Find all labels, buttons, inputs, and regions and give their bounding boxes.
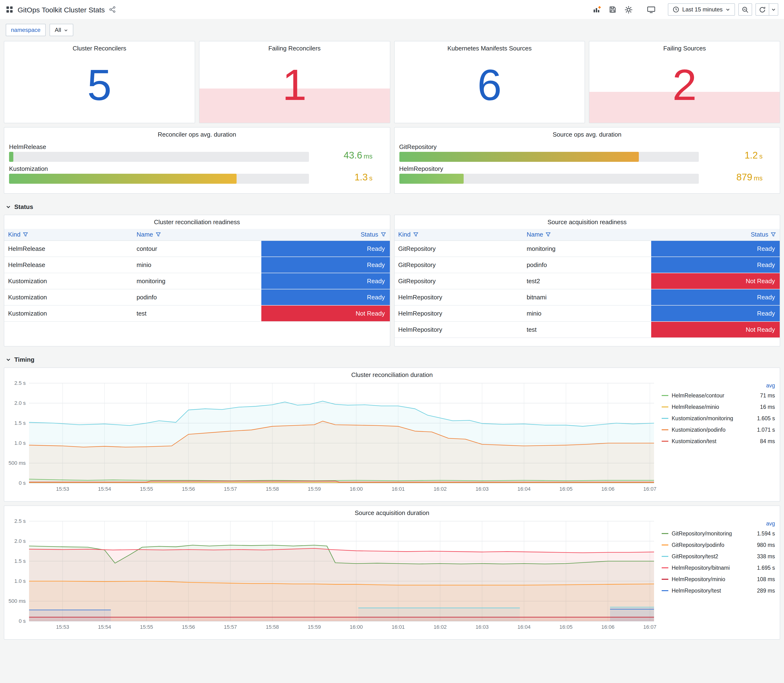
cell-status: Not Ready bbox=[651, 321, 780, 337]
legend-series-name: GitRepository/podinfo bbox=[672, 542, 757, 548]
table-row: KustomizationmonitoringReady bbox=[4, 273, 390, 289]
settings-gear-icon[interactable] bbox=[622, 3, 635, 16]
time-series-plot[interactable]: 0 s500 ms1.0 s1.5 s2.0 s2.5 s15:5315:541… bbox=[8, 517, 657, 633]
legend-avg-header[interactable]: avg bbox=[662, 519, 775, 528]
table-row: HelmRepositoryminioReady bbox=[394, 305, 780, 321]
time-series-plot[interactable]: 0 s500 ms1.0 s1.5 s2.0 s2.5 s15:5315:541… bbox=[8, 379, 657, 495]
filter-funnel-icon[interactable] bbox=[771, 232, 776, 237]
clock-icon bbox=[673, 6, 680, 13]
tv-mode-button[interactable] bbox=[645, 3, 657, 16]
x-axis-label: 16:00 bbox=[350, 486, 363, 492]
panel-title[interactable]: Kubernetes Manifests Sources bbox=[394, 42, 585, 53]
gauge-value-unit: ms bbox=[754, 174, 763, 182]
gauge-label: Kustomization bbox=[9, 165, 309, 172]
stat-value: 6 bbox=[394, 47, 585, 123]
x-axis-label: 16:03 bbox=[476, 624, 489, 630]
column-header-status[interactable]: Status bbox=[651, 229, 780, 240]
column-header-name[interactable]: Name bbox=[133, 229, 261, 240]
column-header-inner: Name bbox=[527, 231, 551, 238]
column-header-status[interactable]: Status bbox=[261, 229, 390, 240]
section-header-timing[interactable]: Timing bbox=[4, 350, 780, 367]
filter-funnel-icon[interactable] bbox=[23, 232, 28, 237]
cell-name: bitnami bbox=[523, 289, 651, 305]
cell-status: Ready bbox=[261, 257, 390, 273]
legend-item-helmrepository-bitnami[interactable]: HelmRepository/bitnami1.695 s bbox=[662, 562, 775, 574]
legend-item-gitrepository-test2[interactable]: GitRepository/test2338 ms bbox=[662, 551, 775, 562]
gauge-body: GitRepository1.2sHelmRepository879ms bbox=[394, 139, 780, 184]
x-axis-label: 16:07 bbox=[643, 624, 656, 630]
legend-item-gitrepository-monitoring[interactable]: GitRepository/monitoring1.594 s bbox=[662, 528, 775, 539]
x-axis-label: 15:57 bbox=[224, 624, 237, 630]
share-icon[interactable] bbox=[109, 6, 115, 13]
series-area-helmrepository-test bbox=[610, 609, 654, 621]
panel-title[interactable]: Failing Sources bbox=[590, 42, 780, 53]
column-label: Kind bbox=[398, 231, 410, 238]
refresh-interval-dropdown[interactable] bbox=[769, 3, 778, 16]
table-panel-source-acquisition-readiness: Source acquisition readinessKindNameStat… bbox=[394, 215, 780, 346]
panel-title[interactable]: Cluster reconciliation duration bbox=[4, 368, 780, 379]
legend-item-helmrepository-test[interactable]: HelmRepository/test289 ms bbox=[662, 585, 775, 596]
table-panel-cluster-reconciliation-readiness: Cluster reconciliation readinessKindName… bbox=[4, 215, 390, 346]
column-header-inner: Status bbox=[361, 231, 386, 238]
cell-kind: HelmRepository bbox=[394, 305, 523, 321]
section-header-status[interactable]: Status bbox=[4, 197, 780, 215]
y-axis-label: 2.0 s bbox=[14, 538, 26, 544]
x-axis-label: 15:57 bbox=[224, 486, 237, 492]
x-axis-label: 15:54 bbox=[98, 624, 111, 630]
panel-title[interactable]: Source acquisition readiness bbox=[394, 215, 780, 226]
legend-avg-header[interactable]: avg bbox=[662, 381, 775, 390]
variable-namespace-label[interactable]: namespace bbox=[6, 24, 46, 36]
legend-item-helmrelease-minio[interactable]: HelmRelease/minio16 ms bbox=[662, 401, 775, 413]
column-header-kind[interactable]: Kind bbox=[394, 229, 523, 240]
status-badge: Not Ready bbox=[261, 305, 390, 321]
filter-funnel-icon[interactable] bbox=[413, 232, 418, 237]
legend-item-kustomization-test[interactable]: Kustomization/test84 ms bbox=[662, 436, 775, 447]
legend-item-kustomization-monitoring[interactable]: Kustomization/monitoring1.605 s bbox=[662, 413, 775, 424]
legend-item-kustomization-podinfo[interactable]: Kustomization/podinfo1.071 s bbox=[662, 424, 775, 436]
legend-series-name: HelmRelease/contour bbox=[672, 393, 760, 398]
status-badge: Not Ready bbox=[651, 322, 780, 337]
gauge-value-number: 1.2 bbox=[744, 150, 758, 160]
gauge-bar-fill bbox=[399, 174, 463, 184]
gauge-value-unit: ms bbox=[364, 152, 372, 160]
save-dashboard-button[interactable] bbox=[607, 3, 619, 16]
cell-status: Ready bbox=[651, 289, 780, 305]
y-axis-label: 1.5 s bbox=[14, 558, 26, 564]
series-area-helmrepository-test bbox=[29, 610, 111, 621]
column-header-kind[interactable]: Kind bbox=[4, 229, 133, 240]
legend-swatch bbox=[662, 545, 669, 545]
add-panel-button[interactable] bbox=[591, 3, 603, 16]
panel-title[interactable]: Cluster Reconcilers bbox=[4, 42, 195, 53]
legend-item-gitrepository-podinfo[interactable]: GitRepository/podinfo980 ms bbox=[662, 539, 775, 551]
filter-funnel-icon[interactable] bbox=[381, 232, 386, 237]
legend-item-helmrelease-contour[interactable]: HelmRelease/contour71 ms bbox=[662, 390, 775, 401]
status-badge: Ready bbox=[261, 257, 390, 273]
panel-title[interactable]: Reconciler ops avg. duration bbox=[4, 128, 390, 139]
column-header-name[interactable]: Name bbox=[523, 229, 651, 240]
panel-title[interactable]: Cluster reconciliation readiness bbox=[4, 215, 390, 226]
legend-item-helmrepository-minio[interactable]: HelmRepository/minio108 ms bbox=[662, 574, 775, 585]
dashboard-page: GitOps Toolkit Cluster Stats bbox=[0, 0, 784, 683]
gauge-value: 879ms bbox=[699, 172, 775, 184]
chart-svg: 0 s500 ms1.0 s1.5 s2.0 s2.5 s15:5315:541… bbox=[8, 379, 657, 494]
filter-funnel-icon[interactable] bbox=[156, 232, 161, 237]
gauge-helmrelease: HelmRelease43.6ms bbox=[9, 143, 385, 162]
x-axis-label: 16:02 bbox=[434, 486, 447, 492]
legend-avg-value: 108 ms bbox=[757, 576, 775, 582]
x-axis-label: 15:53 bbox=[56, 486, 69, 492]
column-label: Name bbox=[136, 231, 153, 238]
refresh-button[interactable] bbox=[755, 3, 769, 16]
panel-title[interactable]: Failing Reconcilers bbox=[199, 42, 390, 53]
legend-swatch bbox=[662, 590, 669, 591]
chevron-down-icon bbox=[725, 7, 730, 12]
x-axis-label: 16:03 bbox=[476, 486, 489, 492]
time-range-picker[interactable]: Last 15 minutes bbox=[668, 3, 735, 16]
x-axis-label: 16:02 bbox=[434, 624, 447, 630]
header: GitOps Toolkit Cluster Stats bbox=[0, 0, 784, 19]
filter-funnel-icon[interactable] bbox=[545, 232, 551, 237]
panel-title[interactable]: Source ops avg. duration bbox=[394, 128, 780, 139]
panel-title[interactable]: Source acquisition duration bbox=[4, 506, 780, 517]
zoom-out-time-button[interactable] bbox=[738, 3, 752, 16]
gauge-body: HelmRelease43.6msKustomization1.3s bbox=[4, 139, 390, 184]
variable-namespace-value-dropdown[interactable]: All bbox=[50, 24, 74, 36]
